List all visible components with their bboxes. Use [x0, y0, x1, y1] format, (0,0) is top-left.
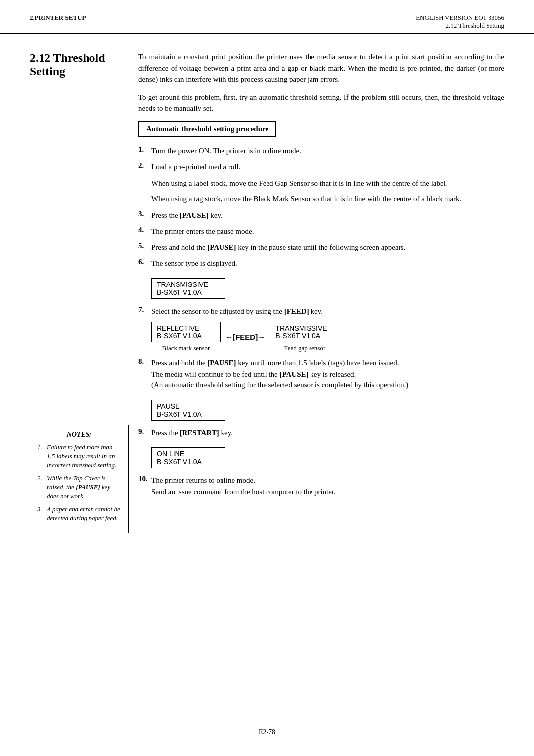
steps-list: 1. Turn the power ON. The printer is in …: [138, 145, 504, 498]
step-9: 9. Press the [RESTART] key.: [138, 427, 504, 439]
step-10: 10. The printer returns to online mode. …: [138, 475, 504, 497]
screen-display-online: ON LINE B-SX6T V1.0A: [151, 447, 225, 468]
section-title: 2.12 Threshold Setting: [30, 51, 129, 78]
step-1: 1. Turn the power ON. The printer is in …: [138, 145, 504, 157]
screen-display-step6: TRANSMISSIVE B-SX6T V1.0A: [151, 278, 225, 299]
header-version: ENGLISH VERSION EO1-33056 2.12 Threshold…: [416, 14, 504, 30]
reflective-box: REFLECTIVE B-SX6T V1.0A: [151, 322, 221, 342]
auto-threshold-label: Automatic threshold setting procedure: [138, 121, 276, 137]
reflective-line2: B-SX6T V1.0A: [157, 332, 215, 340]
intro-paragraph-1: To maintain a constant print position th…: [138, 51, 504, 85]
reflective-col: REFLECTIVE B-SX6T V1.0A Black mark senso…: [151, 322, 221, 352]
pause-line1: PAUSE: [157, 402, 217, 410]
step-4: 4. The printer enters the pause mode.: [138, 226, 504, 237]
online-line2: B-SX6T V1.0A: [157, 458, 217, 466]
online-line1: ON LINE: [157, 450, 217, 458]
feed-diagram: REFLECTIVE B-SX6T V1.0A Black mark senso…: [151, 322, 504, 352]
intro-paragraph-2: To get around this problem, first, try a…: [138, 92, 504, 114]
screen-line-1: TRANSMISSIVE: [157, 281, 217, 288]
notes-title: NOTES:: [37, 431, 121, 439]
transmissive-col: TRANSMISSIVE B-SX6T V1.0A Feed gap senso…: [270, 322, 339, 352]
header: 2.PRINTER SETUP ENGLISH VERSION EO1-3305…: [0, 0, 534, 34]
header-subsection: 2.12 Threshold Setting: [416, 22, 504, 30]
list-item: 1. Failure to feed more than 1.5 labels …: [37, 443, 121, 470]
black-mark-label: Black mark sensor: [162, 344, 210, 352]
page: 2.PRINTER SETUP ENGLISH VERSION EO1-3305…: [0, 0, 534, 756]
notes-list: 1. Failure to feed more than 1.5 labels …: [37, 443, 121, 523]
list-item: 3. A paper end error cannot be detected …: [37, 505, 121, 522]
content-area: 2.12 Threshold Setting NOTES: 1. Failure…: [0, 34, 534, 553]
feed-arrow: ←[FEED]→: [223, 333, 267, 341]
footer: E2-78: [0, 728, 534, 746]
indent-label-stock: When using a label stock, move the Feed …: [151, 178, 504, 189]
notes-box: NOTES: 1. Failure to feed more than 1.5 …: [30, 425, 129, 533]
step-6: 6. The sensor type is displayed.: [138, 258, 504, 269]
left-column: 2.12 Threshold Setting NOTES: 1. Failure…: [30, 51, 138, 533]
step-5: 5. Press and hold the [PAUSE] key in the…: [138, 242, 504, 253]
header-version-text: ENGLISH VERSION EO1-33056: [416, 14, 504, 22]
transmissive-line1: TRANSMISSIVE: [275, 324, 334, 332]
page-number: E2-78: [259, 728, 275, 736]
pause-line2: B-SX6T V1.0A: [157, 410, 217, 418]
screen-display-pause: PAUSE B-SX6T V1.0A: [151, 400, 225, 421]
list-item: 2. While the Top Cover is raised, the [P…: [37, 474, 121, 501]
screen-line-2: B-SX6T V1.0A: [157, 288, 217, 296]
step-8: 8. Press and hold the [PAUSE] key until …: [138, 357, 504, 391]
header-section: 2.PRINTER SETUP: [30, 14, 86, 22]
reflective-line1: REFLECTIVE: [157, 324, 215, 332]
feed-gap-label: Feed gap sensor: [284, 344, 325, 352]
step-3: 3. Press the [PAUSE] key.: [138, 210, 504, 221]
transmissive-line2: B-SX6T V1.0A: [275, 332, 334, 340]
step-7: 7. Select the sensor to be adjusted by u…: [138, 306, 504, 317]
indent-tag-stock: When using a tag stock, move the Black M…: [151, 193, 504, 205]
step-2: 2. Load a pre-printed media roll.: [138, 161, 504, 173]
transmissive-box: TRANSMISSIVE B-SX6T V1.0A: [270, 322, 339, 342]
right-column: To maintain a constant print position th…: [138, 51, 504, 533]
